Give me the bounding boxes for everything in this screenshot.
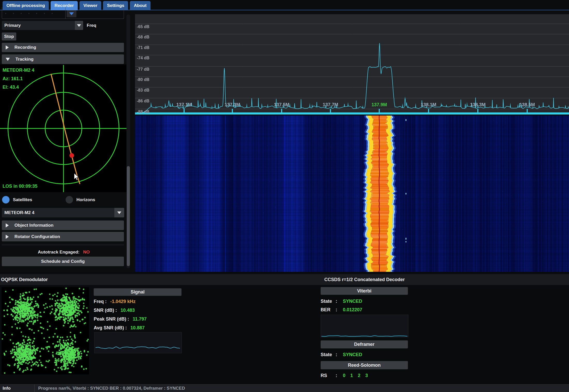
- waterfall-display[interactable]: [135, 116, 569, 272]
- elevation-readout: El: 43.4: [3, 85, 19, 90]
- viterbi-panel-header: Viterbi: [321, 287, 408, 295]
- source-select-arrow[interactable]: [75, 21, 83, 30]
- autotrack-value: NO: [83, 250, 90, 255]
- status-bar-section: Info: [3, 385, 11, 392]
- db-axis-label: -71 dB: [137, 45, 149, 50]
- divider: [2, 245, 124, 245]
- freq-axis-label: 137.5M: [266, 102, 297, 108]
- chevron-down-icon: [6, 58, 10, 61]
- ber-history-chart: [321, 315, 408, 337]
- azimuth-readout: Az: 161.1: [3, 76, 23, 81]
- tab-about[interactable]: About: [130, 1, 150, 10]
- sidebar-scrollbar-thumb[interactable]: [127, 166, 130, 266]
- reed-solomon-row: RS : 0123: [321, 371, 368, 380]
- reed-solomon-panel-header: Reed-Solomon: [321, 361, 408, 369]
- db-axis-label: -86 dB: [137, 99, 149, 103]
- signal-row-label: Freq :: [94, 299, 107, 304]
- freq-axis-label: 137.3M: [217, 102, 248, 108]
- signal-panel-header: Signal: [94, 288, 181, 296]
- processing-title-row: OQPSK Demodulator CCSDS r=1/2 Concatenat…: [0, 274, 569, 285]
- device-settings-partial: [2, 7, 124, 19]
- horizons-radio[interactable]: [66, 196, 73, 203]
- snr-history-chart: [94, 332, 182, 353]
- db-axis-label: -88 dB: [137, 110, 149, 114]
- rotator-configuration-label: Rotator Configuration: [14, 234, 60, 239]
- demodulator-title: OQPSK Demodulator: [1, 274, 48, 285]
- chevron-down-icon: [69, 12, 74, 15]
- freq-axis-label: 138.7M: [561, 102, 569, 108]
- deframer-state-row: State : SYNCED: [321, 350, 362, 359]
- los-countdown: LOS in 00:09:35: [3, 184, 37, 189]
- viterbi-ber-value: 0.012207: [343, 307, 362, 313]
- signal-row-value: -1.0429 kHz: [110, 299, 136, 304]
- recording-label: Recording: [14, 45, 36, 50]
- chevron-right-icon: [6, 235, 9, 239]
- source-select-value: Primary: [2, 23, 75, 28]
- tracking-label: Tracking: [15, 57, 34, 62]
- stop-button[interactable]: Stop: [2, 32, 16, 40]
- status-bar: Info Progress nan%, Viterbi : SYNCED BER…: [0, 384, 569, 392]
- signal-row: Freq :-1.0429 kHz: [94, 297, 181, 306]
- mouse-cursor: [74, 173, 81, 181]
- satellite-select-value: METEOR-M2 4: [2, 210, 114, 215]
- object-information-header[interactable]: Object Information: [2, 221, 124, 230]
- rs-value: 0: [343, 373, 345, 378]
- polar-plot-graphics: [0, 64, 128, 192]
- rs-value: 3: [365, 373, 368, 378]
- status-message: Progress nan%, Viterbi : SYNCED BER : 0.…: [38, 385, 185, 392]
- viterbi-state-row: State : SYNCED: [321, 297, 362, 305]
- freq-axis-label: 137.1M: [169, 102, 200, 108]
- recording-section-header[interactable]: Recording: [2, 43, 124, 52]
- chevron-down-icon: [77, 24, 81, 27]
- waterfall-canvas[interactable]: [135, 116, 569, 272]
- autotrack-status: Autotrack Engaged:NO: [0, 248, 128, 256]
- db-axis-label: -65 dB: [137, 25, 149, 29]
- fft-spectrum-canvas[interactable]: [135, 14, 569, 116]
- autotrack-label: Autotrack Engaged:: [38, 250, 80, 255]
- signal-row-label: Peak SNR (dB) :: [94, 316, 129, 322]
- signal-readouts: Freq :-1.0429 kHzSNR (dB) :10.483Peak SN…: [94, 297, 181, 332]
- satellite-select[interactable]: METEOR-M2 4: [2, 208, 124, 217]
- dotted-pattern: [5, 13, 53, 14]
- source-select[interactable]: Primary: [2, 21, 83, 30]
- satellites-radio[interactable]: [2, 196, 10, 203]
- horizons-radio-label[interactable]: Horizons: [76, 196, 95, 204]
- signal-row: Avg SNR (dB) :10.887: [94, 323, 181, 332]
- satellite-select-arrow[interactable]: [114, 208, 124, 217]
- freq-axis-label: 138.3M: [462, 102, 493, 108]
- rs-value: 1: [350, 373, 353, 378]
- chevron-right-icon: [6, 223, 9, 227]
- device-dropdown-button[interactable]: [67, 10, 76, 17]
- fft-spectrum-display[interactable]: -65 dB-68 dB-71 dB-74 dB-77 dB-80 dB-83 …: [135, 14, 569, 116]
- freq-axis-label: 137.9M: [364, 102, 395, 108]
- signal-row-value: 10.887: [130, 325, 145, 331]
- db-axis-label: -77 dB: [137, 67, 149, 72]
- divider: [34, 385, 35, 392]
- tracked-satellite-name: METEOR-M2 4: [3, 68, 34, 73]
- freq-axis-label: 138.5M: [512, 102, 543, 108]
- signal-row: Peak SNR (dB) :11.797: [94, 315, 181, 323]
- viterbi-ber-row: BER : 0.012207: [321, 306, 362, 314]
- viterbi-state-value: SYNCED: [343, 299, 362, 304]
- signal-row-value: 10.483: [121, 308, 135, 313]
- decoder-title: CCSDS r=1/2 Concatenated Decoder: [308, 274, 421, 285]
- tracking-section-header[interactable]: Tracking: [2, 54, 124, 64]
- satdump-window: Offline processingRecorderViewerSettings…: [0, 0, 569, 392]
- deframer-state-value: SYNCED: [343, 352, 362, 357]
- schedule-config-button[interactable]: Schedule and Config: [2, 257, 124, 266]
- db-axis-label: -80 dB: [137, 77, 149, 82]
- polar-plot: METEOR-M2 4 Az: 161.1 El: 43.4 LOS in 00…: [0, 64, 128, 192]
- object-information-label: Object Information: [14, 223, 53, 228]
- rotator-configuration-header[interactable]: Rotator Configuration: [2, 232, 124, 241]
- freq-label: Freq: [87, 21, 96, 30]
- db-axis-label: -68 dB: [137, 35, 149, 39]
- satellite-position-dot: [69, 153, 74, 158]
- signal-row-label: Avg SNR (dB) :: [94, 325, 127, 331]
- satellite-track: [51, 74, 80, 184]
- db-axis-label: -83 dB: [137, 88, 149, 93]
- constellation-display: [2, 287, 89, 374]
- signal-row-label: SNR (dB) :: [94, 308, 117, 313]
- signal-row-value: 11.797: [133, 316, 147, 322]
- chevron-down-icon: [117, 211, 121, 214]
- satellites-radio-label[interactable]: Satellites: [13, 196, 32, 204]
